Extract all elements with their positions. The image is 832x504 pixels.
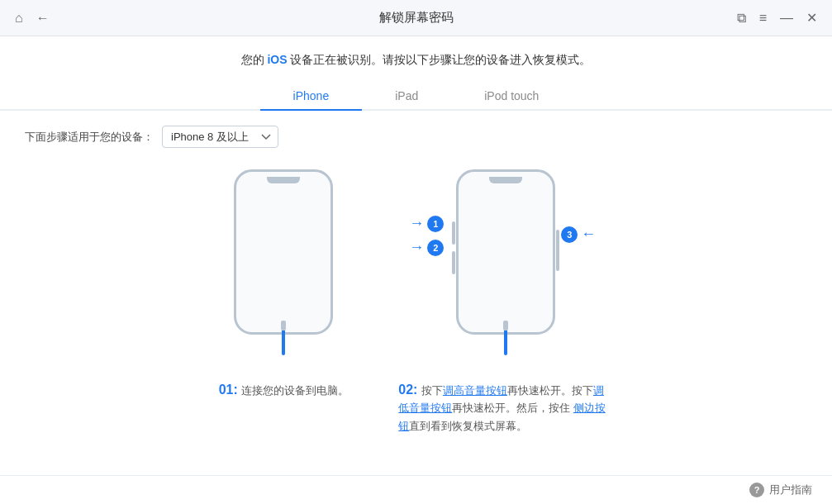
- tab-ipad[interactable]: iPad: [362, 83, 451, 111]
- window-title: 解锁屏幕密码: [379, 10, 454, 26]
- title-bar-right: ⧉ ≡ — ✕: [735, 8, 819, 27]
- side-btn: [556, 230, 559, 271]
- title-bar-left: ⌂ ←: [13, 9, 51, 27]
- badge-2: 2: [427, 240, 444, 256]
- user-guide-link[interactable]: ? 用户指南: [749, 483, 812, 497]
- tab-iphone[interactable]: iPhone: [260, 83, 363, 111]
- vol-up-text: 调高音量按钮: [443, 385, 507, 397]
- home-icon[interactable]: ⌂: [13, 9, 25, 27]
- volume-up-btn: [452, 221, 455, 245]
- step-1: 01: 连接您的设备到电脑。: [219, 169, 349, 400]
- step-2: → 1 → 2 3 ←: [398, 169, 613, 435]
- phone-body-step1: [234, 169, 333, 335]
- right-arrow: 3 ←: [561, 226, 596, 243]
- step1-text: 连接您的设备到电脑。: [241, 385, 349, 397]
- step2-num: 02:: [398, 383, 421, 397]
- window-icon[interactable]: ⧉: [735, 9, 748, 27]
- badge-3: 3: [561, 226, 578, 243]
- tab-ipod-touch[interactable]: iPod touch: [451, 83, 572, 111]
- step1-desc: 01: 连接您的设备到电脑。: [219, 383, 349, 400]
- badge-1: 1: [427, 216, 444, 232]
- step1-num: 01:: [219, 383, 238, 397]
- step2-desc: 02: 按下调高音量按钮再快速松开。按下调低音量按钮再快速松开。然后，按住 侧边…: [398, 383, 613, 435]
- user-guide-label: 用户指南: [769, 483, 812, 497]
- bottom-bar: ? 用户指南: [0, 475, 832, 504]
- close-icon[interactable]: ✕: [805, 8, 819, 27]
- volume-down-btn: [452, 251, 455, 274]
- subtitle-text: 您的 iOS 设备正在被识别。请按以下步骤让您的设备进入恢复模式。: [241, 53, 592, 68]
- device-selector-label: 下面步骤适用于您的设备：: [25, 130, 154, 145]
- steps-area: 01: 连接您的设备到电脑。 → 1: [0, 161, 832, 475]
- main-content: 您的 iOS 设备正在被识别。请按以下步骤让您的设备进入恢复模式。 iPhone…: [0, 36, 832, 475]
- step2-phone: → 1 → 2 3 ←: [423, 169, 588, 335]
- phone-notch-2: [489, 177, 522, 183]
- step2-text: 按下调高音量按钮再快速松开。按下调低音量按钮再快速松开。然后，按住 侧边按钮直到…: [398, 385, 605, 432]
- minimize-icon[interactable]: —: [778, 9, 795, 27]
- left-arrows: → 1 → 2: [409, 215, 444, 256]
- device-selector-row: 下面步骤适用于您的设备： iPhone 8 及以上 iPhone 7 iPhon…: [0, 126, 832, 148]
- phone-notch: [267, 177, 300, 183]
- phone-body-step2: → 1 → 2 3 ←: [456, 169, 555, 335]
- device-select[interactable]: iPhone 8 及以上 iPhone 7 iPhone 6s 及以下: [162, 126, 278, 148]
- title-bar: ⌂ ← 解锁屏幕密码 ⧉ ≡ — ✕: [0, 0, 832, 36]
- back-icon[interactable]: ←: [35, 9, 51, 27]
- device-tabs: iPhone iPad iPod touch: [0, 83, 832, 111]
- step1-phone: [234, 169, 333, 335]
- menu-icon[interactable]: ≡: [758, 9, 768, 27]
- help-icon: ?: [749, 483, 764, 497]
